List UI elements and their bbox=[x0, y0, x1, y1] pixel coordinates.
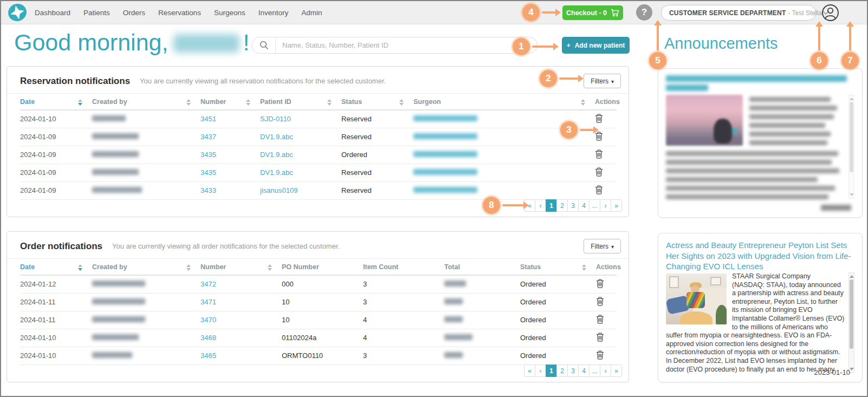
cell-total-redacted bbox=[444, 275, 520, 293]
cell-status: Ordered bbox=[520, 293, 596, 311]
delete-button[interactable] bbox=[596, 297, 604, 306]
article-scrollbar[interactable] bbox=[848, 272, 854, 373]
page-4[interactable]: 4 bbox=[578, 365, 590, 377]
article-title-link[interactable]: Actress and Beauty Entrepreneur Peyton L… bbox=[666, 240, 857, 272]
col-header-status[interactable]: Status bbox=[341, 94, 413, 110]
page-last[interactable]: » bbox=[611, 199, 622, 212]
page-2[interactable]: 2 bbox=[556, 365, 568, 377]
cell-number-link[interactable]: 3435 bbox=[200, 164, 260, 181]
app-window: Dashboard Patients Orders Reservations S… bbox=[0, 0, 868, 397]
page-next[interactable]: › bbox=[600, 365, 611, 377]
annotation-badge-6: 6 bbox=[811, 52, 828, 69]
col-header-total: Total bbox=[444, 259, 520, 275]
article-date: 2023-01-10 bbox=[814, 368, 851, 376]
page-3[interactable]: 3 bbox=[567, 199, 579, 212]
table-row: 2024-01-10 3451 SJD-0110 Reserved bbox=[20, 110, 617, 128]
cell-total-redacted bbox=[444, 293, 520, 311]
col-header-number[interactable]: Number bbox=[200, 259, 282, 275]
page-1[interactable]: 1 bbox=[546, 365, 557, 377]
cell-patient-id-link[interactable]: DV1.9.abc bbox=[260, 128, 341, 146]
cell-patient-id-link[interactable]: DV1.9.abc bbox=[260, 164, 341, 181]
nav-item-surgeons[interactable]: Surgeons bbox=[214, 9, 245, 17]
page-2[interactable]: 2 bbox=[556, 199, 568, 212]
page-3[interactable]: 3 bbox=[567, 365, 579, 377]
page-prev[interactable]: ‹ bbox=[535, 365, 546, 377]
reservations-subtitle: You are currently viewing all reservatio… bbox=[140, 77, 386, 85]
cell-number-link[interactable]: 3433 bbox=[200, 181, 260, 199]
cell-number-link[interactable]: 3470 bbox=[200, 311, 282, 329]
trash-icon bbox=[595, 185, 603, 194]
cell-number-link[interactable]: 3471 bbox=[200, 293, 282, 311]
cell-number-link[interactable]: 3435 bbox=[200, 146, 260, 164]
cell-date: 2024-01-12 bbox=[20, 275, 92, 293]
article-title-redacted[interactable] bbox=[666, 75, 847, 82]
delete-button[interactable] bbox=[595, 149, 603, 159]
delete-button[interactable] bbox=[596, 315, 604, 324]
annotation-arrow-8 bbox=[502, 204, 524, 206]
cell-number-link[interactable]: 3465 bbox=[200, 347, 282, 365]
cell-patient-id-link[interactable]: jisanus0109 bbox=[260, 181, 341, 199]
reservations-filters-button[interactable]: Filters bbox=[584, 74, 621, 88]
cell-status: Reserved bbox=[341, 164, 413, 181]
cell-status: Ordered bbox=[341, 146, 413, 164]
page-first[interactable]: « bbox=[524, 365, 535, 377]
page-4[interactable]: 4 bbox=[578, 199, 590, 212]
cell-created-by-redacted bbox=[92, 329, 200, 347]
reservation-notifications-panel: Reservation notifications You are curren… bbox=[7, 66, 629, 217]
reservations-title: Reservation notifications bbox=[20, 76, 130, 87]
cell-created-by-redacted bbox=[92, 275, 200, 293]
page-next[interactable]: › bbox=[600, 199, 611, 212]
page-ellipsis[interactable]: ... bbox=[589, 199, 600, 212]
nav-item-dashboard[interactable]: Dashboard bbox=[35, 9, 70, 17]
cell-number-link[interactable]: 3468 bbox=[200, 329, 282, 347]
cell-item-count: 4 bbox=[363, 329, 444, 347]
checkout-button[interactable]: Checkout - 0 bbox=[562, 5, 623, 20]
nav-item-patients[interactable]: Patients bbox=[83, 9, 110, 17]
delete-button[interactable] bbox=[595, 185, 603, 194]
trash-icon bbox=[596, 279, 604, 288]
delete-button[interactable] bbox=[596, 350, 604, 360]
delete-button[interactable] bbox=[595, 167, 603, 177]
search-input[interactable] bbox=[276, 41, 537, 49]
nav-item-inventory[interactable]: Inventory bbox=[258, 9, 289, 17]
delete-button[interactable] bbox=[596, 279, 604, 288]
delete-button[interactable] bbox=[595, 114, 603, 123]
annotation-arrow-2 bbox=[559, 77, 579, 80]
col-header-patient-id[interactable]: Patient ID bbox=[260, 94, 341, 110]
page-1[interactable]: 1 bbox=[546, 199, 557, 212]
cell-patient-id-link[interactable]: DV1.9.abc bbox=[260, 146, 341, 164]
cell-item-count: 4 bbox=[363, 311, 444, 329]
cell-total-redacted bbox=[444, 329, 520, 347]
col-header-number[interactable]: Number bbox=[200, 94, 260, 110]
delete-button[interactable] bbox=[596, 333, 604, 342]
cell-surgeon-redacted bbox=[413, 181, 595, 199]
cell-status: Ordered bbox=[520, 275, 596, 293]
orders-filters-button[interactable]: Filters bbox=[584, 239, 621, 253]
cell-status: Reserved bbox=[341, 181, 413, 199]
article-title-redacted[interactable] bbox=[666, 84, 708, 91]
nav-item-reservations[interactable]: Reservations bbox=[158, 9, 201, 17]
add-new-patient-button[interactable]: + Add new patient bbox=[562, 37, 630, 54]
brand-logo-icon[interactable] bbox=[8, 3, 27, 22]
cell-number-link[interactable]: 3437 bbox=[200, 128, 260, 146]
cell-created-by-redacted bbox=[92, 311, 200, 329]
cell-number-link[interactable]: 3472 bbox=[200, 275, 282, 293]
page-last[interactable]: » bbox=[611, 365, 622, 377]
col-header-date[interactable]: Date bbox=[20, 259, 92, 275]
col-header-date[interactable]: Date bbox=[20, 94, 92, 110]
search-icon bbox=[252, 41, 275, 50]
cell-patient-id-link[interactable]: SJD-0110 bbox=[260, 110, 341, 128]
profile-button[interactable] bbox=[821, 4, 839, 22]
col-header-created-by[interactable]: Created by bbox=[92, 94, 200, 110]
col-header-created-by[interactable]: Created by bbox=[92, 259, 200, 275]
nav-item-admin[interactable]: Admin bbox=[301, 9, 322, 17]
nav-item-orders[interactable]: Orders bbox=[123, 9, 145, 17]
col-header-surgeon[interactable]: Surgeon bbox=[413, 94, 595, 110]
page-ellipsis[interactable]: ... bbox=[589, 365, 600, 377]
col-header-status[interactable]: Status bbox=[520, 259, 596, 275]
help-button[interactable]: ? bbox=[636, 4, 652, 21]
customer-selector[interactable]: CUSTOMER SERVICE DEPARTMENT - Test Stell… bbox=[661, 5, 816, 21]
cell-number-link[interactable]: 3451 bbox=[200, 110, 260, 128]
page-prev[interactable]: ‹ bbox=[535, 199, 546, 212]
article-scrollbar[interactable] bbox=[848, 95, 854, 199]
